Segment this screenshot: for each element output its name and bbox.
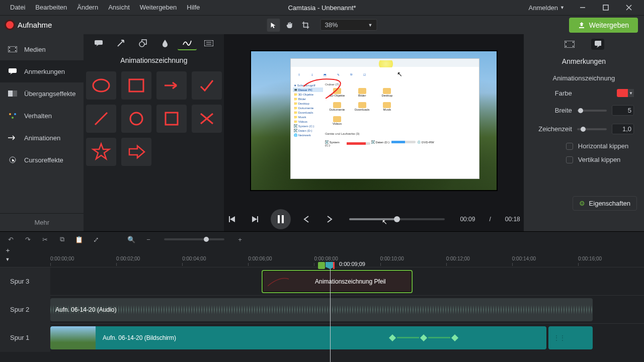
- tl-undo[interactable]: ↶: [6, 236, 15, 243]
- prev-frame-button[interactable]: [224, 212, 239, 227]
- svg-rect-4: [8, 46, 17, 52]
- shape-check[interactable]: [192, 71, 222, 100]
- track-1-header[interactable]: Spur 1: [0, 324, 50, 352]
- play-pause-button[interactable]: [271, 209, 291, 229]
- props-heading: Anmerkungen: [524, 52, 644, 70]
- svg-point-22: [93, 79, 109, 92]
- tool-pan[interactable]: [283, 19, 296, 32]
- props-tab-annotation[interactable]: [591, 39, 604, 50]
- svg-rect-30: [278, 215, 280, 223]
- step-back-button[interactable]: [299, 212, 314, 227]
- shape-circle-open[interactable]: [121, 105, 151, 133]
- prop-drawtime-value[interactable]: 1,0: [612, 124, 634, 134]
- bin-tab-arrows[interactable]: [111, 36, 130, 50]
- bin-tab-shapes[interactable]: [133, 36, 152, 50]
- share-button[interactable]: Weitergeben: [569, 18, 638, 33]
- track-2-header[interactable]: Spur 2: [0, 296, 50, 324]
- bin-tab-callouts[interactable]: [89, 36, 108, 50]
- category-behaviors[interactable]: Verhalten: [0, 105, 84, 127]
- clip-video-tail[interactable]: ⋮⋮: [548, 326, 593, 349]
- shape-square-open[interactable]: [156, 105, 187, 133]
- preview-canvas[interactable]: ⇧⇩⬒✎⧉☑ ★ Schnellzugriff💻 Dieser PC📁 3D-O…: [251, 51, 497, 190]
- shape-arrow-right[interactable]: [156, 71, 187, 100]
- svg-rect-7: [15, 47, 16, 48]
- step-forward-button[interactable]: [322, 212, 337, 227]
- signin-link[interactable]: Anmelden ▼: [529, 4, 570, 12]
- category-cursor-effects[interactable]: Cursoreffekte: [0, 149, 84, 171]
- tl-zoom-slider[interactable]: [164, 238, 224, 240]
- behaviors-icon: [8, 112, 17, 119]
- shape-rect-open[interactable]: [121, 71, 151, 100]
- shape-line[interactable]: [86, 105, 116, 133]
- playback-total-time: 00:18: [505, 216, 520, 223]
- tl-copy[interactable]: ⧉: [57, 235, 66, 243]
- annotations-icon: [8, 68, 17, 75]
- tl-paste[interactable]: 📋: [74, 236, 84, 243]
- svg-rect-6: [9, 50, 10, 51]
- tool-select[interactable]: [267, 19, 280, 32]
- bin-tab-keystroke[interactable]: [199, 36, 218, 50]
- svg-rect-9: [9, 68, 17, 73]
- clip-annotation[interactable]: Animationszeichnung Pfeil: [262, 270, 413, 293]
- shape-ellipse-open[interactable]: [86, 71, 116, 100]
- prop-color-swatch[interactable]: ▼: [617, 89, 634, 97]
- svg-rect-37: [595, 41, 601, 46]
- menu-share[interactable]: Weitergeben: [135, 0, 182, 15]
- tool-crop[interactable]: [299, 19, 312, 32]
- menu-help[interactable]: Hilfe: [182, 0, 205, 15]
- menu-modify[interactable]: Ändern: [72, 0, 103, 15]
- shape-x[interactable]: [192, 105, 222, 133]
- next-frame-button[interactable]: [248, 212, 263, 227]
- prop-flip-h[interactable]: Horizontal kippen: [524, 142, 644, 156]
- tl-cut[interactable]: ✂: [40, 236, 49, 243]
- prop-color-label: Farbe: [534, 89, 572, 97]
- tl-add-track[interactable]: ＋: [4, 247, 11, 254]
- track-3-header[interactable]: Spur 3: [0, 267, 50, 296]
- tl-split[interactable]: ⑇: [92, 236, 101, 243]
- prop-width-slider[interactable]: [577, 110, 607, 112]
- preview-cursor-icon: ↖: [397, 70, 403, 78]
- svg-rect-31: [282, 215, 284, 223]
- svg-rect-23: [129, 79, 143, 92]
- animations-icon: [8, 134, 17, 141]
- menu-view[interactable]: Ansicht: [103, 0, 135, 15]
- preview-cursor-highlight: [377, 60, 395, 67]
- maximize-button[interactable]: [596, 0, 616, 15]
- svg-rect-11: [13, 90, 17, 97]
- properties-panel-toggle[interactable]: ⚙ Eigenschaften: [573, 196, 637, 211]
- prop-flip-v[interactable]: Vertikal kippen: [524, 156, 644, 169]
- svg-rect-27: [166, 113, 178, 125]
- category-more[interactable]: Mehr: [0, 213, 84, 231]
- svg-rect-16: [95, 40, 103, 45]
- prop-drawtime-slider[interactable]: [577, 128, 607, 130]
- close-button[interactable]: [619, 0, 639, 15]
- menu-edit[interactable]: Bearbeiten: [30, 0, 72, 15]
- minimize-button[interactable]: [573, 0, 593, 15]
- bin-tab-sketch[interactable]: [178, 36, 197, 50]
- category-animations[interactable]: Animationen: [0, 127, 84, 149]
- shape-star[interactable]: [86, 138, 116, 166]
- tl-zoom-in[interactable]: +: [235, 236, 245, 243]
- svg-point-13: [14, 113, 16, 115]
- prop-width-value[interactable]: 5: [612, 105, 634, 116]
- menu-file[interactable]: Datei: [5, 0, 30, 15]
- record-button[interactable]: Aufnahme: [6, 21, 52, 29]
- tl-zoom-icon: 🔍: [127, 236, 136, 243]
- bin-tab-blur[interactable]: [155, 36, 175, 50]
- zoom-select[interactable]: 38%▼: [320, 19, 377, 31]
- clip-video[interactable]: Aufn. 06-14-20 (Bildschirm): [50, 326, 546, 349]
- share-icon: [578, 22, 585, 29]
- props-tab-media[interactable]: [563, 39, 576, 50]
- playback-seek[interactable]: [349, 218, 445, 220]
- clip-video-keyframes[interactable]: [390, 335, 457, 340]
- tl-redo[interactable]: ↷: [23, 236, 32, 243]
- tl-zoom-out[interactable]: −: [144, 236, 153, 243]
- clip-audio[interactable]: Aufn. 06-14-20 (Audio): [50, 298, 593, 321]
- tl-track-options[interactable]: ▼: [4, 256, 11, 263]
- category-annotations[interactable]: Anmerkungen: [0, 60, 84, 82]
- transitions-icon: [8, 90, 17, 97]
- category-transitions[interactable]: Übergangseffekte: [0, 82, 84, 105]
- timeline-ruler[interactable]: 0:00:00;000:00:02;000:00:04;000:00:06;00…: [50, 256, 644, 267]
- shape-block-arrow[interactable]: [121, 138, 151, 166]
- category-media[interactable]: Medien: [0, 38, 84, 60]
